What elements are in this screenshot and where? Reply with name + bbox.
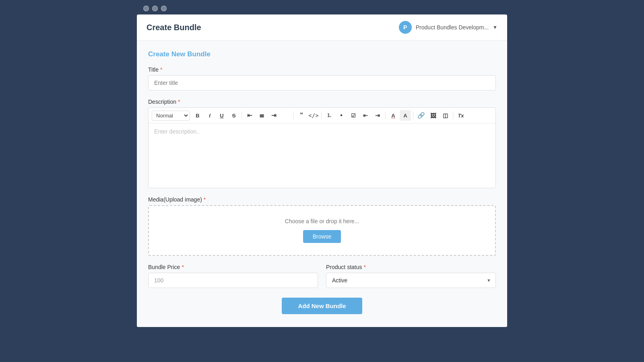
traffic-dot-2 — [152, 6, 158, 11]
submit-row: Add New Bundle — [148, 298, 496, 314]
description-field-group: Description * Normal Heading 1 Heading 2… — [148, 99, 496, 188]
align-right-button[interactable]: ⇥ — [268, 110, 279, 121]
clear-format-button[interactable]: Tx — [455, 110, 466, 121]
media-label: Media(Upload image) * — [148, 196, 496, 203]
separator-5 — [413, 112, 413, 119]
title-field-group: Title * — [148, 66, 496, 90]
traffic-dot-3 — [161, 6, 167, 11]
strikethrough-button[interactable]: S — [228, 110, 239, 121]
unordered-list-button[interactable]: • — [336, 110, 347, 121]
status-field-group: Product status * Active Inactive Draft — [326, 264, 496, 288]
title-input[interactable] — [148, 75, 496, 90]
code-button[interactable]: </> — [308, 110, 319, 121]
description-input[interactable]: Enter description.. — [149, 123, 495, 188]
table-button[interactable]: ◫ — [440, 110, 451, 121]
media-required-star: * — [204, 196, 206, 203]
page-title: Create Bundle — [147, 23, 201, 32]
price-status-row: Bundle Price * Product status * Active I… — [148, 264, 496, 288]
highlight-button[interactable]: A — [400, 110, 411, 121]
bundle-price-input[interactable] — [148, 273, 318, 288]
format-select[interactable]: Normal Heading 1 Heading 2 Heading 3 — [152, 111, 190, 121]
check-list-button[interactable]: ☑ — [348, 110, 359, 121]
separator-2 — [293, 112, 294, 119]
description-required-star: * — [178, 99, 180, 105]
product-status-select[interactable]: Active Inactive Draft — [326, 273, 496, 288]
media-field-group: Media(Upload image) * Choose a file or d… — [148, 196, 496, 256]
description-label: Description * — [148, 99, 496, 105]
font-color-button[interactable]: A — [388, 110, 399, 121]
price-required-star: * — [182, 264, 184, 270]
italic-button[interactable]: I — [204, 110, 215, 121]
card-header: Create Bundle P Product Bundles Developm… — [137, 14, 507, 41]
chevron-down-icon[interactable]: ▼ — [493, 25, 497, 30]
ordered-list-button[interactable]: 1. — [324, 110, 335, 121]
form-area: Create New Bundle Title * Description * … — [137, 41, 507, 327]
separator-3 — [321, 112, 322, 119]
separator-4 — [385, 112, 386, 119]
align-left-button[interactable]: ⇤ — [244, 110, 255, 121]
price-field-group: Bundle Price * — [148, 264, 318, 288]
upload-instructions: Choose a file or drop it here... — [157, 218, 487, 224]
status-label: Product status * — [326, 264, 496, 270]
org-name: Product Bundles Developm... — [416, 24, 489, 31]
title-label: Title * — [148, 66, 496, 73]
status-select-wrapper: Active Inactive Draft — [326, 273, 496, 288]
section-title: Create New Bundle — [148, 50, 496, 58]
upload-zone[interactable]: Choose a file or drop it here... Browse — [148, 205, 496, 256]
traffic-lights — [137, 0, 507, 14]
align-justify-button[interactable]: ⁣ — [280, 110, 291, 121]
separator-6 — [453, 112, 453, 119]
traffic-dot-1 — [143, 6, 149, 11]
add-new-bundle-button[interactable]: Add New Bundle — [282, 298, 362, 314]
link-button[interactable]: 🔗 — [415, 110, 427, 121]
price-label: Bundle Price * — [148, 264, 318, 270]
separator-1 — [242, 112, 242, 119]
indent-more-button[interactable]: ⇥ — [372, 110, 383, 121]
indent-less-button[interactable]: ⇤ — [360, 110, 371, 121]
bold-button[interactable]: B — [192, 110, 203, 121]
editor-toolbar: Normal Heading 1 Heading 2 Heading 3 B I… — [149, 108, 495, 123]
underline-button[interactable]: U — [216, 110, 227, 121]
title-required-star: * — [160, 66, 162, 73]
header-right: P Product Bundles Developm... ▼ — [399, 21, 497, 34]
align-center-button[interactable]: ≣ — [256, 110, 267, 121]
main-card: Create Bundle P Product Bundles Developm… — [137, 14, 507, 327]
status-required-star: * — [364, 264, 366, 270]
browse-button[interactable]: Browse — [303, 230, 341, 243]
blockquote-button[interactable]: " — [296, 110, 307, 121]
avatar: P — [399, 21, 412, 34]
rich-text-editor: Normal Heading 1 Heading 2 Heading 3 B I… — [148, 107, 496, 188]
image-button[interactable]: 🖼 — [427, 110, 439, 121]
